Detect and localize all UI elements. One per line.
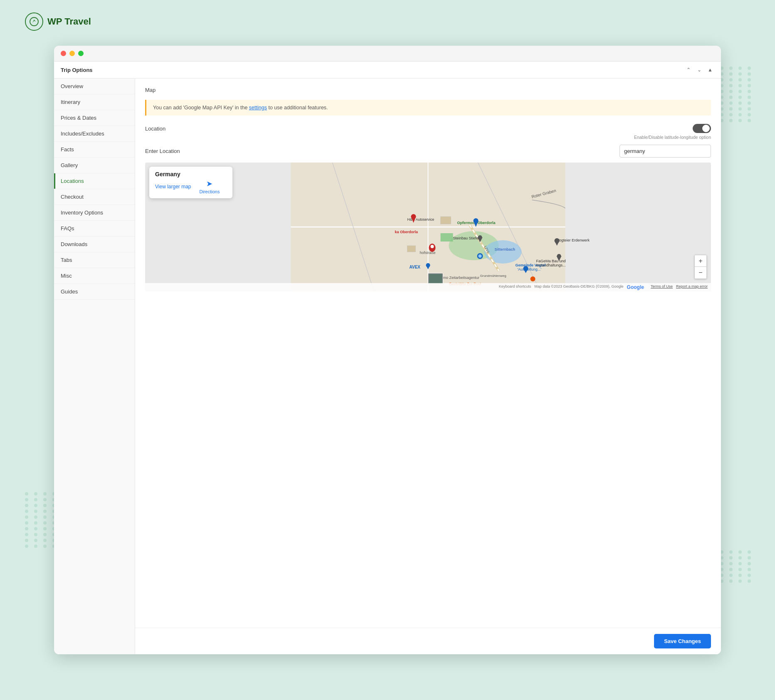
main-content: Map You can add 'Google Map API Key' in … (135, 79, 721, 628)
map-footer: Keyboard shortcuts Map data ©2023 GeoBas… (145, 283, 711, 291)
sidebar-item-facts[interactable]: Facts (54, 142, 135, 158)
location-section: Location Enable/Disable latitude-longitu… (145, 124, 711, 291)
terms-link[interactable]: Terms of Use (651, 284, 673, 290)
svg-text:ka Oberdorla: ka Oberdorla (395, 230, 419, 234)
logo-icon (25, 12, 43, 31)
trip-options-controls: ⌃ ⌄ ▲ (684, 66, 714, 74)
report-link[interactable]: Report a map error (676, 284, 708, 290)
collapse-all-button[interactable]: ▲ (706, 66, 714, 74)
sidebar-item-inventory-options[interactable]: Inventory Options (54, 205, 135, 221)
enter-location-label: Enter Location (145, 148, 180, 154)
svg-text:'Ausstellung...': 'Ausstellung...' (518, 267, 542, 271)
location-right: Enable/Disable latitude-longitude option (634, 124, 711, 140)
sidebar-item-locations[interactable]: Locations (54, 173, 135, 189)
sidebar-item-downloads[interactable]: Downloads (54, 237, 135, 252)
map-zoom-controls: + − (694, 255, 707, 279)
sidebar-item-gallery[interactable]: Gallery (54, 158, 135, 173)
collapse-down-button[interactable]: ⌄ (695, 66, 703, 74)
minimize-button[interactable] (69, 51, 75, 56)
svg-text:H&G Autoservice: H&G Autoservice (407, 217, 434, 222)
svg-point-45 (431, 245, 434, 248)
sidebar-item-prices-dates[interactable]: Prices & Dates (54, 110, 135, 126)
content-area: Overview Itinerary Prices & Dates Includ… (54, 79, 721, 654)
svg-rect-8 (441, 233, 453, 242)
google-logo: Google (627, 284, 644, 290)
sidebar-item-misc[interactable]: Misc (54, 268, 135, 284)
location-header: Location Enable/Disable latitude-longitu… (145, 124, 711, 140)
alert-banner: You can add 'Google Map API Key' in the … (145, 100, 711, 116)
svg-text:AVEX: AVEX (410, 265, 421, 269)
view-larger-map-link[interactable]: View larger map (155, 184, 191, 190)
app-header: WP Travel (25, 12, 91, 31)
trip-options-bar: Trip Options ⌃ ⌄ ▲ (54, 62, 721, 79)
zoom-out-button[interactable]: − (695, 267, 706, 279)
sidebar: Overview Itinerary Prices & Dates Includ… (54, 79, 135, 654)
svg-rect-47 (429, 274, 442, 283)
zoom-in-button[interactable]: + (695, 255, 706, 267)
directions-label: Directions (199, 189, 220, 194)
popup-actions: View larger map ➤ Directions (155, 179, 227, 194)
enter-location-row: Enter Location (145, 145, 711, 158)
trip-options-title: Trip Options (61, 67, 93, 73)
maximize-button[interactable] (78, 51, 84, 56)
sidebar-item-faqs[interactable]: FAQs (54, 221, 135, 237)
alert-text-before: You can add 'Google Map API Key' in the (153, 105, 249, 111)
directions-button[interactable]: ➤ Directions (199, 179, 220, 194)
keyboard-shortcuts: Keyboard shortcuts (499, 284, 531, 290)
map-container: Roter Graben Vogteier Erdenwerk Vogteier… (145, 163, 711, 291)
svg-rect-10 (407, 246, 416, 252)
settings-link[interactable]: settings (249, 105, 267, 111)
location-input[interactable] (620, 145, 711, 158)
main-panel: Map You can add 'Google Map API Key' in … (135, 79, 721, 654)
location-label: Location (145, 126, 165, 132)
map-popup: Germany View larger map ➤ Directions (149, 167, 232, 198)
latitude-longitude-toggle[interactable] (693, 124, 711, 133)
toggle-hint: Enable/Disable latitude-longitude option (634, 135, 711, 140)
panel-footer: Save Changes (135, 628, 721, 654)
map-data-label: Map data ©2023 GeoBasis-DE/BKG (©2009), … (534, 284, 623, 290)
close-button[interactable] (61, 51, 66, 56)
svg-point-43 (531, 276, 536, 281)
svg-point-40 (479, 254, 482, 258)
sidebar-item-checkout[interactable]: Checkout (54, 189, 135, 205)
popup-title: Germany (155, 171, 227, 177)
svg-text:Instandhaltungs...: Instandhaltungs... (536, 263, 566, 267)
svg-rect-9 (441, 217, 451, 224)
sidebar-item-itinerary[interactable]: Itinerary (54, 94, 135, 110)
directions-icon: ➤ (206, 179, 212, 188)
svg-text:Sitternbach: Sitternbach (495, 247, 516, 251)
svg-text:Grundmühlenweg: Grundmühlenweg (480, 274, 506, 278)
save-changes-button[interactable]: Save Changes (654, 634, 711, 648)
sidebar-item-guides[interactable]: Guides (54, 284, 135, 300)
svg-text:Steinbau Stiefel: Steinbau Stiefel (453, 236, 479, 240)
main-window: Trip Options ⌃ ⌄ ▲ Overview Itinerary Pr… (54, 46, 721, 654)
collapse-up-button[interactable]: ⌃ (684, 66, 693, 74)
sidebar-item-includes-excludes[interactable]: Includes/Excludes (54, 126, 135, 142)
svg-text:FaGeMa Bau und: FaGeMa Bau und (536, 259, 566, 263)
svg-point-0 (30, 17, 38, 26)
alert-text-after: to use additional features. (267, 105, 328, 111)
section-title: Map (145, 87, 711, 93)
app-title: WP Travel (47, 16, 91, 27)
sidebar-item-overview[interactable]: Overview (54, 79, 135, 94)
svg-text:Ritmo Zeitarbeitsagentur: Ritmo Zeitarbeitsagentur (439, 276, 480, 280)
toggle-knob (702, 125, 710, 132)
sidebar-item-tabs[interactable]: Tabs (54, 252, 135, 268)
svg-text:Vogteier Erdenwerk: Vogteier Erdenwerk (557, 238, 590, 242)
title-bar (54, 46, 721, 62)
